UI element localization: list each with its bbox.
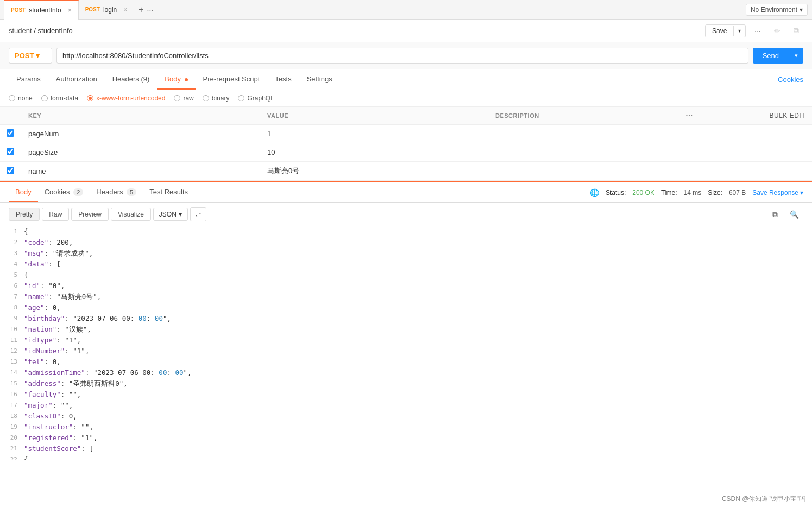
send-chevron-icon: ▾ [789,48,803,63]
row-check-cell [0,162,22,181]
view-visualize-button[interactable]: Visualize [111,208,151,221]
line-number: 22 [4,454,24,460]
search-response-button[interactable]: 🔍 [785,208,803,221]
json-line: 5 { [0,270,812,281]
environment-chevron: ▾ [800,6,803,14]
breadcrumb-separator: / [34,27,37,35]
line-content: "code": 200, [24,237,808,248]
resp-tab-testresults[interactable]: Test Results [143,182,194,202]
environment-label: No Environment [751,6,797,14]
more-options-button[interactable]: ··· [750,24,765,37]
tab-login[interactable]: POST login × [79,0,135,20]
breadcrumb: student / studentInfo [9,27,73,35]
tab-tests[interactable]: Tests [267,69,299,90]
cookies-link[interactable]: Cookies [778,75,803,84]
response-tabs-bar: Body Cookies 2 Headers 5 Test Results 🌐 … [0,182,812,203]
line-number: 16 [4,389,24,399]
line-content: "admissionTime": "2023-07-06 00: 00: 00"… [24,367,808,378]
method-chevron-icon: ▾ [36,52,40,60]
tab-label: studentInfo [29,7,61,14]
row-checkbox-0[interactable] [7,129,14,137]
breadcrumb-actions: Save ▾ ··· ✏ ⧉ [705,24,803,37]
send-button[interactable]: Send ▾ [753,48,803,63]
table-row: pageNum 1 [0,125,812,143]
time-label: Time: [661,189,677,196]
row-key-cell-1[interactable]: pageSize [22,143,261,162]
th-bulk-edit: Bulk Edit [747,107,812,125]
line-number: 21 [4,443,24,454]
url-input[interactable] [56,48,748,63]
radio-raw-circle [174,95,180,101]
tab-close-icon[interactable]: × [68,7,72,14]
environment-selector[interactable]: No Environment ▾ [746,4,808,16]
copy-response-button[interactable]: ⧉ [768,208,782,221]
radio-binary-label: binary [212,94,230,102]
row-value-cell-0[interactable]: 1 [261,125,489,143]
response-section: Body Cookies 2 Headers 5 Test Results 🌐 … [0,181,812,460]
json-viewer[interactable]: 1{2 "code": 200,3 "msg": "请求成功",4 "data"… [0,226,812,460]
send-label: Send [753,48,789,63]
row-desc-cell-0[interactable] [489,125,679,143]
resp-tab-headers[interactable]: Headers 5 [90,182,143,202]
row-key-cell-0[interactable]: pageNum [22,125,261,143]
row-value-cell-1[interactable]: 10 [261,143,489,162]
json-line: 18 "classID": 0, [0,411,812,422]
save-chevron-icon[interactable]: ▾ [733,26,745,36]
radio-formdata[interactable]: form-data [41,94,78,102]
tab-settings[interactable]: Settings [299,69,340,90]
resp-tab-body[interactable]: Body [9,182,38,202]
breadcrumb-parent[interactable]: student [9,27,32,35]
line-content: "age": 0, [24,302,808,313]
format-selector[interactable]: JSON ▾ [153,208,188,221]
row-desc-cell-1[interactable] [489,143,679,162]
radio-formdata-label: form-data [51,94,78,102]
save-button[interactable]: Save ▾ [705,24,746,37]
view-raw-button[interactable]: Raw [42,208,69,221]
line-number: 2 [4,237,24,247]
new-tab-button[interactable]: + [139,5,143,15]
json-line: 12 "idNumber": "1", [0,346,812,357]
line-number: 15 [4,378,24,389]
radio-raw[interactable]: raw [174,94,193,102]
radio-graphql[interactable]: GraphQL [238,94,274,102]
radio-formdata-circle [41,95,48,101]
radio-binary[interactable]: binary [203,94,230,102]
tab-params[interactable]: Params [9,69,48,90]
tab-label-2: login [103,6,117,14]
row-desc-cell-2[interactable] [489,162,679,181]
tab-more-button[interactable]: ··· [147,5,154,14]
edit-button[interactable]: ✏ [770,24,785,37]
line-content: "msg": "请求成功", [24,248,808,259]
json-line: 22 { [0,454,812,460]
bulk-edit-button[interactable]: Bulk Edit [769,112,805,119]
size-value: 607 B [729,189,746,196]
view-pretty-button[interactable]: Pretty [9,208,40,221]
view-preview-button[interactable]: Preview [71,208,109,221]
resp-tab-cookies[interactable]: Cookies 2 [38,182,90,202]
tab-headers[interactable]: Headers (9) [105,69,158,90]
radio-none[interactable]: none [9,94,33,102]
headers-badge: 5 [127,188,136,196]
save-response-button[interactable]: Save Response ▾ [752,189,803,196]
line-content: "idNumber": "1", [24,346,808,357]
tab-body[interactable]: Body [157,69,195,90]
tab-prerequest[interactable]: Pre-request Script [196,69,268,90]
json-line: 4 "data": [ [0,259,812,270]
tab-authorization[interactable]: Authorization [48,69,105,90]
row-more-cell-2 [679,162,747,181]
tab-studentinfo[interactable]: POST studentInfo × [4,0,79,20]
row-checkbox-2[interactable] [7,167,14,174]
line-number: 10 [4,324,24,334]
radio-urlencoded[interactable]: x-www-form-urlencoded [87,94,165,102]
copy-button[interactable]: ⧉ [789,24,803,37]
row-key-cell-2[interactable]: name [22,162,261,181]
json-line: 6 "id": "0", [0,281,812,291]
row-value-cell-2[interactable]: 马斯亮0号 [261,162,489,181]
wrap-button[interactable]: ⇌ [190,207,206,221]
line-content: "faculty": "", [24,389,808,400]
method-selector[interactable]: POST ▾ [9,48,52,63]
row-checkbox-1[interactable] [7,148,14,155]
table-more-icon[interactable]: ··· [686,111,693,120]
tab-close-icon-2[interactable]: × [123,6,127,14]
response-tabs-left: Body Cookies 2 Headers 5 Test Results [9,182,194,202]
